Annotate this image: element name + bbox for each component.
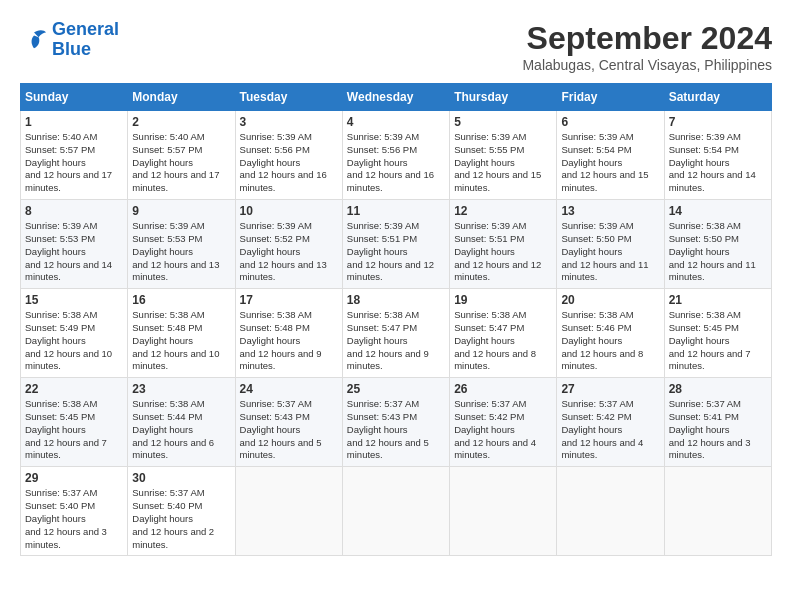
day-info: Sunrise: 5:38 AM Sunset: 5:49 PM Dayligh… [25,309,123,373]
calendar-week-row: 15 Sunrise: 5:38 AM Sunset: 5:49 PM Dayl… [21,289,772,378]
day-info: Sunrise: 5:40 AM Sunset: 5:57 PM Dayligh… [132,131,230,195]
calendar-cell: 11 Sunrise: 5:39 AM Sunset: 5:51 PM Dayl… [342,200,449,289]
day-number: 9 [132,204,230,218]
weekday-header: Wednesday [342,84,449,111]
day-info: Sunrise: 5:37 AM Sunset: 5:42 PM Dayligh… [561,398,659,462]
day-info: Sunrise: 5:39 AM Sunset: 5:54 PM Dayligh… [561,131,659,195]
calendar-cell: 3 Sunrise: 5:39 AM Sunset: 5:56 PM Dayli… [235,111,342,200]
calendar-cell: 21 Sunrise: 5:38 AM Sunset: 5:45 PM Dayl… [664,289,771,378]
day-info: Sunrise: 5:39 AM Sunset: 5:56 PM Dayligh… [240,131,338,195]
day-number: 8 [25,204,123,218]
calendar-cell: 12 Sunrise: 5:39 AM Sunset: 5:51 PM Dayl… [450,200,557,289]
weekday-header: Tuesday [235,84,342,111]
day-number: 15 [25,293,123,307]
weekday-header: Saturday [664,84,771,111]
day-number: 10 [240,204,338,218]
calendar-cell: 22 Sunrise: 5:38 AM Sunset: 5:45 PM Dayl… [21,378,128,467]
day-number: 20 [561,293,659,307]
calendar-cell: 17 Sunrise: 5:38 AM Sunset: 5:48 PM Dayl… [235,289,342,378]
day-info: Sunrise: 5:38 AM Sunset: 5:46 PM Dayligh… [561,309,659,373]
day-info: Sunrise: 5:39 AM Sunset: 5:50 PM Dayligh… [561,220,659,284]
day-info: Sunrise: 5:40 AM Sunset: 5:57 PM Dayligh… [25,131,123,195]
calendar-cell: 1 Sunrise: 5:40 AM Sunset: 5:57 PM Dayli… [21,111,128,200]
day-number: 30 [132,471,230,485]
day-number: 19 [454,293,552,307]
calendar-week-row: 29 Sunrise: 5:37 AM Sunset: 5:40 PM Dayl… [21,467,772,556]
day-number: 17 [240,293,338,307]
day-number: 14 [669,204,767,218]
day-number: 11 [347,204,445,218]
day-info: Sunrise: 5:37 AM Sunset: 5:43 PM Dayligh… [240,398,338,462]
calendar-cell: 9 Sunrise: 5:39 AM Sunset: 5:53 PM Dayli… [128,200,235,289]
calendar-cell: 14 Sunrise: 5:38 AM Sunset: 5:50 PM Dayl… [664,200,771,289]
calendar-cell: 8 Sunrise: 5:39 AM Sunset: 5:53 PM Dayli… [21,200,128,289]
day-number: 7 [669,115,767,129]
calendar-cell: 10 Sunrise: 5:39 AM Sunset: 5:52 PM Dayl… [235,200,342,289]
calendar-table: SundayMondayTuesdayWednesdayThursdayFrid… [20,83,772,556]
weekday-header: Thursday [450,84,557,111]
day-number: 26 [454,382,552,396]
calendar-cell: 29 Sunrise: 5:37 AM Sunset: 5:40 PM Dayl… [21,467,128,556]
calendar-cell: 15 Sunrise: 5:38 AM Sunset: 5:49 PM Dayl… [21,289,128,378]
day-info: Sunrise: 5:39 AM Sunset: 5:53 PM Dayligh… [132,220,230,284]
day-number: 28 [669,382,767,396]
day-info: Sunrise: 5:39 AM Sunset: 5:55 PM Dayligh… [454,131,552,195]
calendar-cell: 27 Sunrise: 5:37 AM Sunset: 5:42 PM Dayl… [557,378,664,467]
calendar-cell: 23 Sunrise: 5:38 AM Sunset: 5:44 PM Dayl… [128,378,235,467]
day-info: Sunrise: 5:38 AM Sunset: 5:48 PM Dayligh… [132,309,230,373]
logo: General Blue [20,20,119,60]
calendar-cell: 2 Sunrise: 5:40 AM Sunset: 5:57 PM Dayli… [128,111,235,200]
day-number: 21 [669,293,767,307]
calendar-cell [557,467,664,556]
calendar-cell: 25 Sunrise: 5:37 AM Sunset: 5:43 PM Dayl… [342,378,449,467]
day-info: Sunrise: 5:37 AM Sunset: 5:43 PM Dayligh… [347,398,445,462]
day-number: 1 [25,115,123,129]
day-number: 3 [240,115,338,129]
day-number: 27 [561,382,659,396]
day-info: Sunrise: 5:38 AM Sunset: 5:50 PM Dayligh… [669,220,767,284]
calendar-cell: 18 Sunrise: 5:38 AM Sunset: 5:47 PM Dayl… [342,289,449,378]
calendar-header-row: SundayMondayTuesdayWednesdayThursdayFrid… [21,84,772,111]
day-number: 13 [561,204,659,218]
day-number: 12 [454,204,552,218]
location-title: Malabugas, Central Visayas, Philippines [522,57,772,73]
calendar-cell: 13 Sunrise: 5:39 AM Sunset: 5:50 PM Dayl… [557,200,664,289]
day-info: Sunrise: 5:39 AM Sunset: 5:53 PM Dayligh… [25,220,123,284]
day-info: Sunrise: 5:39 AM Sunset: 5:54 PM Dayligh… [669,131,767,195]
calendar-cell: 16 Sunrise: 5:38 AM Sunset: 5:48 PM Dayl… [128,289,235,378]
weekday-header: Friday [557,84,664,111]
day-info: Sunrise: 5:38 AM Sunset: 5:45 PM Dayligh… [25,398,123,462]
day-info: Sunrise: 5:37 AM Sunset: 5:41 PM Dayligh… [669,398,767,462]
day-info: Sunrise: 5:37 AM Sunset: 5:40 PM Dayligh… [25,487,123,551]
calendar-cell [664,467,771,556]
day-info: Sunrise: 5:38 AM Sunset: 5:47 PM Dayligh… [347,309,445,373]
calendar-cell: 6 Sunrise: 5:39 AM Sunset: 5:54 PM Dayli… [557,111,664,200]
calendar-week-row: 1 Sunrise: 5:40 AM Sunset: 5:57 PM Dayli… [21,111,772,200]
day-info: Sunrise: 5:38 AM Sunset: 5:45 PM Dayligh… [669,309,767,373]
logo-icon [20,28,48,52]
day-info: Sunrise: 5:38 AM Sunset: 5:47 PM Dayligh… [454,309,552,373]
page-header: General Blue September 2024 Malabugas, C… [20,20,772,73]
day-info: Sunrise: 5:39 AM Sunset: 5:56 PM Dayligh… [347,131,445,195]
day-number: 2 [132,115,230,129]
calendar-cell: 7 Sunrise: 5:39 AM Sunset: 5:54 PM Dayli… [664,111,771,200]
day-info: Sunrise: 5:37 AM Sunset: 5:42 PM Dayligh… [454,398,552,462]
calendar-cell [342,467,449,556]
calendar-cell: 26 Sunrise: 5:37 AM Sunset: 5:42 PM Dayl… [450,378,557,467]
day-number: 25 [347,382,445,396]
title-block: September 2024 Malabugas, Central Visaya… [522,20,772,73]
day-number: 29 [25,471,123,485]
day-info: Sunrise: 5:38 AM Sunset: 5:48 PM Dayligh… [240,309,338,373]
day-number: 18 [347,293,445,307]
day-number: 16 [132,293,230,307]
day-number: 4 [347,115,445,129]
day-info: Sunrise: 5:39 AM Sunset: 5:52 PM Dayligh… [240,220,338,284]
day-number: 5 [454,115,552,129]
calendar-cell: 30 Sunrise: 5:37 AM Sunset: 5:40 PM Dayl… [128,467,235,556]
calendar-cell: 28 Sunrise: 5:37 AM Sunset: 5:41 PM Dayl… [664,378,771,467]
month-title: September 2024 [522,20,772,57]
calendar-cell: 20 Sunrise: 5:38 AM Sunset: 5:46 PM Dayl… [557,289,664,378]
calendar-cell [450,467,557,556]
day-number: 22 [25,382,123,396]
calendar-cell: 5 Sunrise: 5:39 AM Sunset: 5:55 PM Dayli… [450,111,557,200]
